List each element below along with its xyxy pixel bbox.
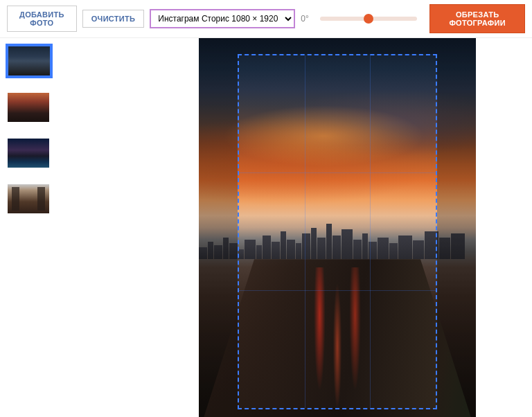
thumbnail-list — [0, 38, 66, 417]
crop-dim — [238, 409, 437, 417]
crop-gridline — [370, 55, 371, 408]
thumbnail-item[interactable] — [6, 182, 51, 215]
image-canvas[interactable] — [199, 38, 476, 417]
add-photo-button[interactable]: ДОБАВИТЬ ФОТО — [7, 6, 77, 32]
rotate-value-label: 0° — [301, 14, 314, 24]
thumbnail-image — [8, 46, 50, 76]
main-area — [0, 38, 532, 417]
crop-dim — [199, 38, 238, 417]
crop-dim — [238, 38, 437, 54]
crop-gridline — [305, 55, 305, 408]
crop-gridline — [239, 172, 436, 173]
crop-dim — [437, 38, 476, 417]
crop-photos-button[interactable]: ОБРЕЗАТЬ ФОТОГРАФИИ — [429, 4, 525, 33]
crop-selection[interactable] — [238, 54, 437, 409]
crop-preset-select[interactable]: Инстаграм Сторис 1080 × 1920 — [150, 9, 295, 28]
thumbnail-image — [8, 93, 49, 122]
rotate-control: 0° — [301, 14, 418, 24]
editor-panel — [143, 38, 532, 417]
clear-button[interactable]: ОЧИСТИТЬ — [82, 10, 145, 28]
crop-gridline — [239, 290, 436, 291]
thumbnail-image — [8, 184, 49, 213]
thumbnail-item[interactable] — [6, 44, 53, 78]
thumbnail-item[interactable] — [6, 91, 51, 124]
thumbnail-item[interactable] — [6, 136, 51, 170]
thumbnail-image — [8, 139, 49, 168]
rotate-slider[interactable] — [320, 17, 417, 21]
toolbar: ДОБАВИТЬ ФОТО ОЧИСТИТЬ Инстаграм Сторис … — [0, 0, 532, 38]
